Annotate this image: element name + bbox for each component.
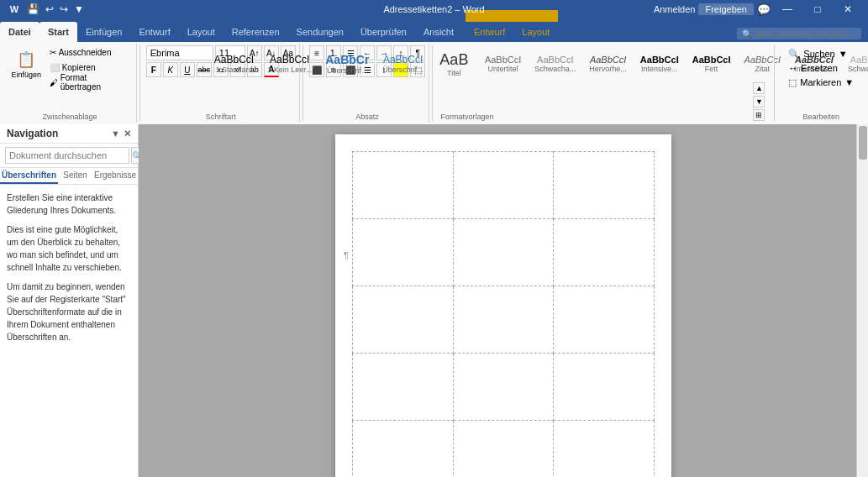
group-edit: 🔍 Suchen ▼ ↔ Ersetzen ⬚ Markieren ▼ Bear… — [777, 44, 865, 123]
styles-bar: AaBbCcI 1 Standard AaBbCcI 1 Kein Leer..… — [208, 45, 868, 82]
font-name-input[interactable] — [146, 45, 213, 60]
nav-tab-uberschriften[interactable]: Überschriften — [0, 168, 58, 184]
tab-start[interactable]: Start — [39, 22, 77, 42]
style-hervor[interactable]: AaBbCcI Hervorhe... — [583, 45, 633, 82]
nav-tab-ergebnisse[interactable]: Ergebnisse — [92, 168, 138, 184]
minimize-btn[interactable]: — — [774, 0, 801, 18]
cut-btn[interactable]: ✂Ausschneiden — [46, 45, 131, 59]
style-schwach[interactable]: AaBbCcI Schwacha... — [529, 45, 581, 82]
paste-icon: 📋 — [17, 50, 35, 69]
style-kein[interactable]: AaBbCcI 1 Kein Leer... — [261, 45, 318, 82]
nav-close-btn[interactable]: ✕ — [124, 128, 131, 139]
signin-btn[interactable]: Anmelden — [654, 4, 696, 14]
style-scroll-down[interactable]: ▼ — [753, 96, 765, 107]
label-table — [352, 151, 655, 477]
search-chevron: ▼ — [839, 49, 848, 59]
comment-btn[interactable]: 💬 — [757, 3, 771, 16]
quick-save-btn[interactable]: 💾 — [25, 2, 41, 17]
tab-layout-contextual[interactable]: Layout — [513, 22, 558, 42]
table-cell-1-2[interactable] — [554, 219, 655, 286]
style-scroll-expand[interactable]: ⊞ — [753, 109, 765, 121]
scroll-thumb[interactable] — [859, 126, 867, 160]
style-fett[interactable]: AaBbCcI Intensive... — [634, 45, 685, 82]
quick-access-toolbar: 💾 ↩ ↪ ▼ — [25, 2, 86, 17]
quick-undo-btn[interactable]: ↩ — [44, 2, 55, 17]
quick-redo-btn[interactable]: ↪ — [58, 2, 70, 17]
copy-btn[interactable]: ⬜Kopieren — [46, 60, 131, 74]
table-cell-0-1[interactable] — [453, 152, 554, 219]
style-standard[interactable]: AaBbCcI 1 Standard — [208, 45, 260, 82]
format-icon: 🖌 — [50, 78, 58, 87]
tab-ansicht[interactable]: Ansicht — [415, 22, 462, 42]
table-cell-3-1[interactable] — [453, 354, 554, 421]
style-uberschrift2[interactable]: AaBbCcI Überschrif... — [376, 45, 429, 82]
style-zitat-preview: AaBbCcI — [744, 55, 781, 65]
tab-einfuegen[interactable]: Einfügen — [77, 22, 130, 42]
paragraph-mark: ¶ — [344, 250, 349, 260]
style-fett-name: Intensive... — [641, 65, 678, 73]
style-u1-preview: AaBbCr — [325, 53, 369, 66]
clipboard-small-btns: ✂Ausschneiden ⬜Kopieren 🖌Format übertrag… — [46, 45, 131, 89]
select-btn[interactable]: ⬚ Markieren ▼ — [783, 76, 859, 89]
style-u2-name: Überschrif... — [382, 66, 423, 74]
tab-entwurf-contextual[interactable]: Entwurf — [466, 22, 513, 42]
style-u1-name: Überschrif... — [327, 66, 368, 75]
format-btn[interactable]: 🖌Format übertragen — [46, 76, 131, 89]
table-cell-3-2[interactable] — [554, 354, 655, 421]
document-title: Adressetiketten2 – Word — [383, 4, 484, 14]
style-fett2[interactable]: AaBbCcI Fett — [687, 45, 737, 82]
share-btn[interactable]: Freigeben — [698, 3, 754, 15]
nav-text-3: Um damit zu beginnen, wenden Sie auf der… — [7, 280, 131, 343]
nav-tab-seiten[interactable]: Seiten — [58, 168, 92, 184]
style-scroll-up[interactable]: ▲ — [753, 82, 765, 94]
bold-btn[interactable]: F — [146, 62, 161, 77]
nav-title: Navigation — [7, 128, 58, 139]
select-icon: ⬚ — [788, 77, 797, 88]
search-box-area[interactable]: 🔍 — [737, 28, 861, 39]
nav-header-icons: ▼ ✕ — [111, 128, 131, 139]
style-untertitel[interactable]: AaBbCcI Untertitel — [479, 45, 527, 82]
format-label: Format übertragen — [60, 73, 128, 92]
tab-datei[interactable]: Datei — [0, 22, 39, 42]
table-cell-0-0[interactable] — [353, 152, 454, 219]
style-titel[interactable]: AaB Titel — [431, 45, 477, 82]
nav-tabs: Überschriften Seiten Ergebnisse — [0, 168, 138, 185]
table-cell-2-1[interactable] — [453, 286, 554, 354]
tab-layout[interactable]: Layout — [179, 22, 224, 42]
tab-uberpruefen[interactable]: Überprüfen — [352, 22, 415, 42]
underline-btn[interactable]: U — [180, 62, 195, 77]
table-cell-1-1[interactable] — [453, 219, 554, 286]
tab-referenzen[interactable]: Referenzen — [224, 22, 288, 42]
quick-customize-btn[interactable]: ▼ — [72, 2, 86, 17]
replace-btn[interactable]: ↔ Ersetzen — [783, 61, 859, 75]
style-hervor-name: Hervorhe... — [589, 65, 627, 73]
table-cell-3-0[interactable] — [353, 354, 454, 421]
copy-icon: ⬜ — [50, 63, 60, 72]
contextual-tabs: Entwurf Layout — [466, 22, 558, 42]
tab-sendungen[interactable]: Sendungen — [288, 22, 352, 42]
table-cell-4-1[interactable] — [453, 421, 554, 478]
style-uberschrift1[interactable]: AaBbCr Überschrif... — [319, 45, 375, 82]
nav-collapse-btn[interactable]: ▼ — [111, 128, 120, 139]
search-btn[interactable]: 🔍 Suchen ▼ — [783, 47, 859, 60]
nav-text-2: Dies ist eine gute Möglichkeit, um den Ü… — [7, 223, 131, 274]
maximize-btn[interactable]: □ — [804, 0, 831, 18]
table-cell-0-2[interactable] — [554, 152, 655, 219]
close-btn[interactable]: ✕ — [834, 0, 861, 18]
italic-btn[interactable]: K — [163, 62, 178, 77]
table-cell-4-2[interactable] — [554, 421, 655, 478]
nav-search-input[interactable] — [5, 147, 129, 164]
cut-icon: ✂ — [50, 48, 56, 57]
table-cell-1-0[interactable] — [353, 219, 454, 286]
table-cell-2-2[interactable] — [554, 286, 655, 354]
replace-label: Ersetzen — [801, 63, 837, 73]
table-cell-2-0[interactable] — [353, 286, 454, 354]
tab-entwurf[interactable]: Entwurf — [130, 22, 178, 42]
paste-btn[interactable]: 📋 Einfügen — [8, 45, 45, 84]
copy-label: Kopieren — [62, 63, 96, 72]
title-bar: W 💾 ↩ ↪ ▼ Adressetiketten2 – Word Anmeld… — [0, 0, 868, 18]
search-input[interactable] — [755, 29, 856, 39]
table-cell-4-0[interactable] — [353, 421, 454, 478]
doc-scrollbar[interactable] — [856, 124, 868, 477]
nav-search-area: 🔍 — [0, 144, 138, 168]
